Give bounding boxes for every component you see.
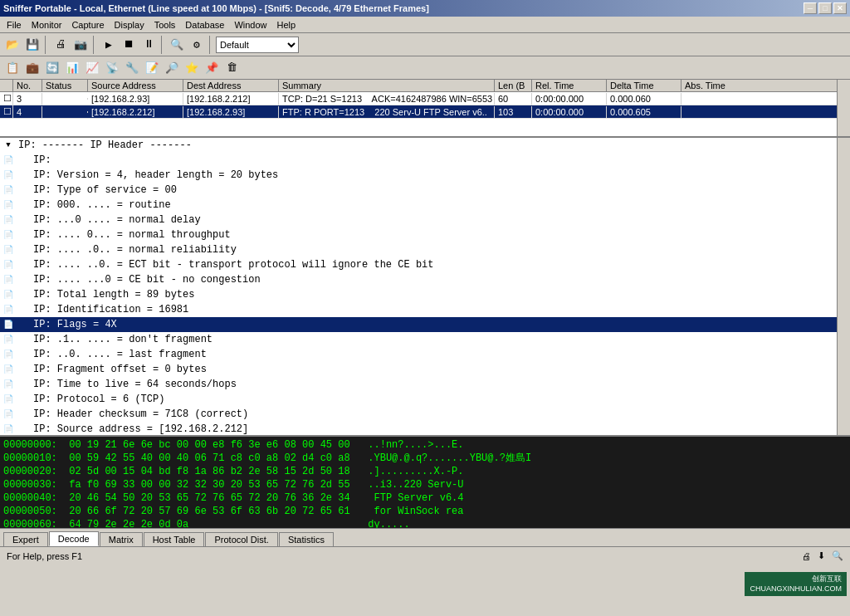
decode-line[interactable]: 📄IP: .1.. .... = don't fragment — [0, 332, 850, 347]
col-checkbox — [0, 80, 13, 91]
decode-line[interactable]: 📄IP: Total length = 89 bytes — [0, 287, 850, 302]
close-button[interactable]: ✕ — [833, 2, 847, 14]
doc-icon: 📄 — [0, 379, 17, 389]
decode-line[interactable]: 📄IP: Fragment offset = 0 bytes — [0, 362, 850, 377]
decode-line[interactable]: 📄IP: Identification = 16981 — [0, 302, 850, 317]
col-abs-header: Abs. Time — [681, 80, 850, 91]
decode-line[interactable]: 📄IP: — [0, 153, 850, 168]
decode-text: IP: Protocol = 6 (TCP) — [17, 394, 850, 405]
decode-line[interactable]: 📄IP: .... ...0 = CE bit - no congestion — [0, 272, 850, 287]
t2-btn-1[interactable]: 📋 — [3, 59, 22, 77]
packet-list-header: No. Status Source Address Dest Address S… — [0, 80, 850, 92]
decode-text: IP: .... 0... = normal throughput — [17, 229, 850, 241]
menu-item-window[interactable]: Window — [229, 18, 271, 32]
decode-line[interactable]: 📄IP: Flags = 4X — [0, 317, 850, 332]
decode-text: IP: .... ...0 = CE bit - no congestion — [17, 274, 850, 286]
t2-btn-3[interactable]: 🔄 — [43, 59, 61, 77]
doc-icon: 📄 — [0, 200, 17, 210]
t2-btn-10[interactable]: ⭐ — [183, 59, 201, 77]
doc-icon: 📄 — [0, 335, 17, 345]
decode-text: IP: Identification = 16981 — [17, 304, 850, 315]
decode-line[interactable]: 📄IP: Header checksum = 71C8 (correct) — [0, 407, 850, 422]
capture-button[interactable]: 📷 — [71, 36, 90, 54]
menu-item-tools[interactable]: Tools — [149, 18, 181, 32]
t2-btn-6[interactable]: 📡 — [103, 59, 121, 77]
profile-select[interactable]: Default — [216, 37, 299, 53]
col-dst-header: Dest Address — [183, 80, 279, 91]
decode-line[interactable]: 📄IP: Source address = [192.168.2.212] — [0, 422, 850, 437]
tab-protocol-dist.[interactable]: Protocol Dist. — [205, 532, 277, 546]
decode-line[interactable]: 📄IP: .... ..0. = ECT bit - transport pro… — [0, 257, 850, 272]
decode-line[interactable]: 📄IP: Protocol = 6 (TCP) — [0, 392, 850, 407]
decode-line[interactable]: 📄IP: .... 0... = normal throughput — [0, 227, 850, 242]
profile-dropdown[interactable]: Default — [216, 37, 299, 53]
decode-text: IP: Time to live = 64 seconds/hops — [17, 379, 850, 390]
tab-expert[interactable]: Expert — [3, 532, 48, 546]
col-summary-header: Summary — [279, 80, 495, 91]
decode-line[interactable]: 📄IP: .... .0.. = normal reliability — [0, 242, 850, 257]
t2-btn-8[interactable]: 📝 — [143, 59, 161, 77]
row-checkbox[interactable]: ☐ — [0, 105, 13, 118]
tab-matrix[interactable]: Matrix — [100, 532, 143, 546]
t2-btn-4[interactable]: 📊 — [63, 59, 81, 77]
print-button[interactable]: 🖨 — [51, 36, 70, 54]
t2-btn-2[interactable]: 💼 — [23, 59, 42, 77]
decode-line[interactable]: 📄IP: ..0. .... = last fragment — [0, 347, 850, 362]
packet-rows-container: ☐ 3 [192.168.2.93] [192.168.2.212] TCP: … — [0, 92, 850, 119]
separator-1 — [45, 36, 48, 54]
decode-scrollbar[interactable] — [837, 138, 850, 435]
doc-icon: 📄 — [0, 409, 17, 419]
decode-line[interactable]: 📄IP: Version = 4, header length = 20 byt… — [0, 168, 850, 183]
t2-btn-12[interactable]: 🗑 — [222, 59, 241, 77]
menu-item-monitor[interactable]: Monitor — [27, 18, 67, 32]
decode-line[interactable]: ▼IP: ------- IP Header ------- — [0, 138, 850, 153]
tab-host-table[interactable]: Host Table — [144, 532, 205, 546]
watermark: 创新互联CHUANGXINHULIAN.COM — [745, 572, 847, 596]
decode-panel[interactable]: ▼IP: ------- IP Header -------📄IP:📄IP: V… — [0, 138, 850, 437]
t2-btn-11[interactable]: 📌 — [203, 59, 221, 77]
doc-icon: 📄 — [0, 305, 17, 315]
packet-list-scrollbar[interactable] — [837, 80, 850, 136]
t2-btn-9[interactable]: 🔎 — [163, 59, 181, 77]
expand-icon[interactable]: ▼ — [0, 141, 17, 149]
pause-button[interactable]: ⏸ — [139, 36, 158, 54]
menu-item-display[interactable]: Display — [110, 18, 149, 32]
row-no: 3 — [13, 93, 42, 105]
col-len-header: Len (B — [495, 80, 532, 91]
tool-1[interactable]: 🔍 — [168, 36, 186, 54]
window-controls: ─ □ ✕ — [804, 2, 847, 14]
menu-item-capture[interactable]: Capture — [66, 18, 109, 32]
menu-item-help[interactable]: Help — [272, 18, 301, 32]
tool-2[interactable]: ⚙ — [188, 36, 206, 54]
row-rel: 0:00:00.000 — [532, 106, 607, 118]
tab-decode[interactable]: Decode — [49, 531, 99, 546]
t2-btn-7[interactable]: 🔧 — [123, 59, 141, 77]
bottom-tabs: ExpertDecodeMatrixHost TableProtocol Dis… — [0, 528, 850, 546]
row-len: 103 — [495, 106, 532, 118]
doc-icon: 📄 — [0, 245, 17, 255]
decode-line[interactable]: 📄IP: 000. .... = routine — [0, 198, 850, 213]
start-button[interactable]: ▶ — [100, 36, 118, 54]
decode-line[interactable]: 📄IP: Time to live = 64 seconds/hops — [0, 377, 850, 392]
table-row[interactable]: ☐ 3 [192.168.2.93] [192.168.2.212] TCP: … — [0, 92, 850, 105]
hex-line: 00000040: 20 46 54 50 20 53 65 72 76 65 … — [3, 491, 847, 505]
toolbar-1: 📂 💾 🖨 📷 ▶ ⏹ ⏸ 🔍 ⚙ Default — [0, 33, 850, 56]
tab-statistics[interactable]: Statistics — [279, 532, 334, 546]
title-text: Sniffer Portable - Local, Ethernet (Line… — [3, 3, 429, 13]
open-button[interactable]: 💾 — [23, 36, 42, 54]
decode-text: IP: ------- IP Header ------- — [17, 139, 850, 151]
menu-item-database[interactable]: Database — [180, 18, 229, 32]
menu-item-file[interactable]: File — [2, 18, 27, 32]
new-button[interactable]: 📂 — [3, 36, 22, 54]
t2-btn-5[interactable]: 📈 — [83, 59, 101, 77]
table-row[interactable]: ☐ 4 [192.168.2.212] [192.168.2.93] FTP: … — [0, 105, 850, 119]
row-checkbox[interactable]: ☐ — [0, 92, 13, 105]
stop-button[interactable]: ⏹ — [120, 36, 138, 54]
hex-line: 00000020: 02 5d 00 15 04 bd f8 1a 86 b2 … — [3, 465, 847, 478]
hex-panel: 00000000: 00 19 21 6e 6e bc 00 00 e8 f6 … — [0, 437, 850, 528]
decode-line[interactable]: 📄IP: Type of service = 00 — [0, 183, 850, 198]
status-text: For Help, press F1 — [7, 551, 82, 561]
restore-button[interactable]: □ — [818, 2, 832, 14]
decode-line[interactable]: 📄IP: ...0 .... = normal delay — [0, 213, 850, 227]
minimize-button[interactable]: ─ — [804, 2, 817, 14]
